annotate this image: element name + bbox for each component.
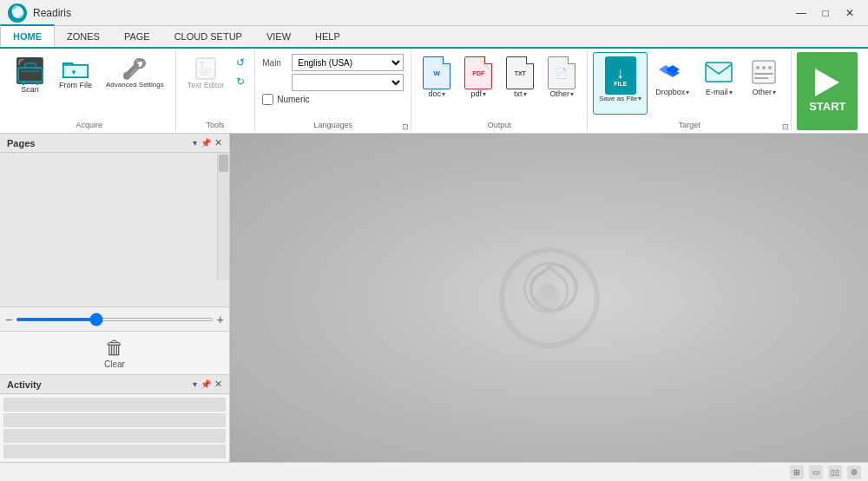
ribbon-tabs: HOME ZONES PAGE CLOUD SETUP VIEW HELP <box>0 26 868 49</box>
rotate-right-button[interactable]: ↻ <box>232 73 249 90</box>
clear-label: Clear <box>104 359 125 369</box>
scan-label: Scan <box>21 85 39 94</box>
output-group: W doc▾ PDF pdf▾ TXT <box>411 50 588 131</box>
scroll-track <box>218 172 229 280</box>
languages-group: Main English (USA) French German Spanish… <box>255 50 411 131</box>
pages-dropdown-button[interactable]: ▾ <box>193 137 197 148</box>
content-area <box>230 134 868 462</box>
activity-close-btn[interactable]: ✕ <box>214 379 222 390</box>
two-page-status-icon[interactable]: ▯▯ <box>828 465 842 479</box>
target-group-label: Target <box>588 121 791 129</box>
languages-expand-icon[interactable]: ⊡ <box>402 122 409 131</box>
activity-title: Activity <box>7 379 42 390</box>
doc-label: doc▾ <box>428 89 445 98</box>
close-button[interactable]: ✕ <box>838 4 861 22</box>
numeric-checkbox[interactable] <box>262 94 273 105</box>
rotate-left-icon: ↺ <box>236 56 245 69</box>
play-icon <box>815 69 839 96</box>
pages-header-controls: ▾ 📌 ✕ <box>193 137 222 148</box>
svg-rect-2 <box>21 70 40 72</box>
pdf-output-button[interactable]: PDF pdf▾ <box>458 52 498 115</box>
activity-dropdown-button[interactable]: ▾ <box>193 379 197 390</box>
minimize-button[interactable]: — <box>790 4 812 22</box>
folder-svg: ▼ <box>62 56 89 81</box>
tab-page[interactable]: PAGE <box>112 26 162 47</box>
svg-rect-20 <box>706 63 732 82</box>
numeric-label: Numeric <box>277 95 309 104</box>
text-editor-button[interactable]: T Text Editor <box>181 52 231 115</box>
window-title: Readiris <box>33 7 71 19</box>
zoom-fit-status-icon[interactable]: ⊞ <box>790 465 804 479</box>
advanced-settings-label: Advanced Settings <box>106 81 164 89</box>
acquire-items: ⬛ Scan ▼ From File <box>9 52 170 129</box>
svg-point-23 <box>762 66 766 69</box>
save-as-file-button[interactable]: ↓ FILE Save as File▾ <box>593 52 648 115</box>
svg-point-22 <box>756 66 760 69</box>
activity-controls: ▾ 📌 ✕ <box>193 379 222 390</box>
pages-close-btn[interactable]: ✕ <box>214 137 222 148</box>
start-button[interactable]: START <box>797 52 858 130</box>
wrench-svg <box>122 56 148 81</box>
scroll-thumb <box>219 155 228 172</box>
activity-row-4 <box>3 445 226 458</box>
content-background <box>230 134 868 462</box>
pages-title: Pages <box>7 138 35 148</box>
second-language-select[interactable]: English (USA) <box>292 74 404 91</box>
from-file-label: From File <box>59 81 92 89</box>
pages-pin-button[interactable]: 📌 <box>201 137 211 148</box>
tab-cloud-setup[interactable]: CLOUD SETUP <box>162 26 254 47</box>
scan-button[interactable]: ⬛ Scan <box>9 52 51 115</box>
zoom-in-button[interactable]: + <box>217 313 224 326</box>
from-file-button[interactable]: ▼ From File <box>53 52 98 115</box>
advanced-settings-button[interactable]: Advanced Settings <box>100 52 170 115</box>
pdf-label: pdf▾ <box>470 89 486 98</box>
pages-content <box>0 153 229 306</box>
other-target-icon <box>748 56 779 88</box>
activity-rows <box>0 394 229 462</box>
txt-label: txt▾ <box>514 89 527 98</box>
email-icon <box>703 56 734 88</box>
zoom-out-button[interactable]: − <box>5 313 12 326</box>
pages-scrollbar[interactable] <box>217 153 229 280</box>
settings-status-icon[interactable]: ⚙ <box>847 465 861 479</box>
txt-icon: TXT <box>506 56 534 89</box>
svg-text:▼: ▼ <box>70 69 77 76</box>
txt-output-button[interactable]: TXT txt▾ <box>500 52 540 115</box>
tools-items: T Text Editor ↺ ↻ <box>181 52 250 129</box>
target-expand-icon[interactable]: ⊡ <box>782 122 789 131</box>
target-items: ↓ FILE Save as File▾ Dr <box>593 52 786 117</box>
output-items: W doc▾ PDF pdf▾ TXT <box>417 52 582 117</box>
svg-point-24 <box>768 66 772 69</box>
title-bar: Readiris — □ ✕ <box>0 0 868 26</box>
output-group-label: Output <box>411 121 587 129</box>
svg-rect-26 <box>754 77 768 79</box>
other-output-icon: 📄 <box>548 56 575 89</box>
main-language-select[interactable]: English (USA) French German Spanish <box>292 54 404 71</box>
doc-output-button[interactable]: W doc▾ <box>417 52 457 115</box>
save-arrow-icon: ↓ <box>616 65 624 81</box>
dropbox-button[interactable]: Dropbox▾ <box>649 52 695 115</box>
tab-zones[interactable]: ZONES <box>55 26 112 47</box>
zoom-slider[interactable] <box>16 318 214 321</box>
other-target-button[interactable]: Other▾ <box>742 52 786 115</box>
other-output-button[interactable]: 📄 Other▾ <box>542 52 582 115</box>
tab-view[interactable]: VIEW <box>254 26 303 47</box>
activity-row-1 <box>3 398 226 412</box>
email-button[interactable]: E-mail▾ <box>697 52 740 115</box>
text-editor-label: Text Editor <box>187 81 225 89</box>
dropbox-icon <box>657 56 688 88</box>
text-editor-svg: T <box>193 56 219 81</box>
other-output-label: Other▾ <box>549 89 574 98</box>
trash-icon[interactable]: 🗑 <box>105 337 124 359</box>
svg-rect-21 <box>753 61 775 83</box>
activity-panel: Activity ▾ 📌 ✕ <box>0 374 229 462</box>
rotate-left-button[interactable]: ↺ <box>232 54 249 71</box>
svg-rect-1 <box>18 68 43 82</box>
tab-home[interactable]: HOME <box>0 24 55 47</box>
single-page-status-icon[interactable]: ▭ <box>809 465 823 479</box>
svg-rect-25 <box>754 73 773 75</box>
activity-pin-button[interactable]: 📌 <box>201 379 211 390</box>
title-bar-controls: — □ ✕ <box>790 4 861 22</box>
maximize-button[interactable]: □ <box>814 4 837 22</box>
tab-help[interactable]: HELP <box>303 26 352 47</box>
